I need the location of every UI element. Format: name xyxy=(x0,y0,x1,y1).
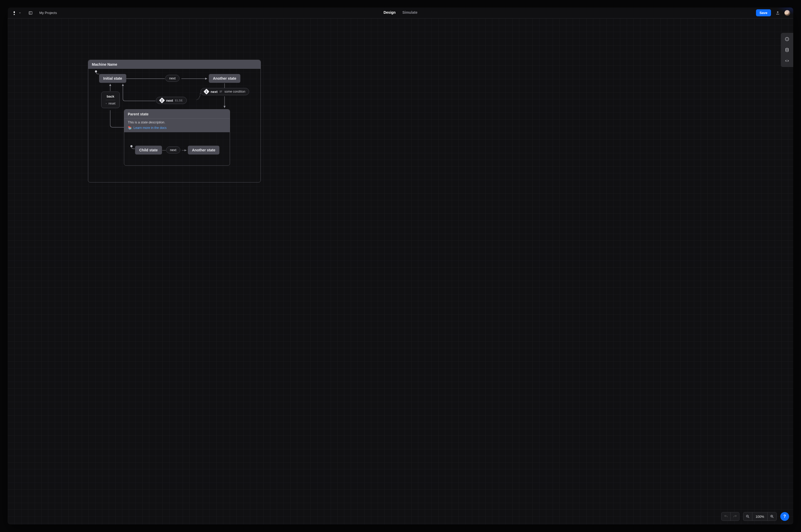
svg-marker-7 xyxy=(224,106,226,108)
panel-toggle-button[interactable] xyxy=(27,9,34,17)
event-next-else[interactable]: 2 next ELSE xyxy=(156,97,187,104)
initial-marker xyxy=(130,145,132,147)
app-window: My Projects Design Simulate Save xyxy=(8,7,349,232)
event-next-top[interactable]: next xyxy=(165,75,179,82)
logo-icon xyxy=(12,11,17,15)
desc-suffix: . xyxy=(164,120,165,124)
state-another-top[interactable]: Another state xyxy=(209,74,240,83)
desc-text: This is a xyxy=(128,120,141,124)
machine-container[interactable]: Machine Name xyxy=(88,60,261,183)
docs-label: Learn more in the docs xyxy=(134,126,167,130)
state-another-child[interactable]: Another state xyxy=(188,146,220,154)
event-label: next xyxy=(169,76,176,80)
desc-em: state description xyxy=(141,120,164,124)
machine-title[interactable]: Machine Name xyxy=(88,60,261,69)
guard-order-badge: 2 xyxy=(159,98,165,103)
docs-link[interactable]: 📚 Learn more in the docs xyxy=(128,126,226,130)
else-keyword: ELSE xyxy=(175,99,183,102)
topbar: My Projects Design Simulate Save xyxy=(8,7,349,18)
event-label: next xyxy=(170,148,176,152)
books-icon: 📚 xyxy=(128,126,132,130)
logo-menu[interactable] xyxy=(11,10,23,16)
action-row: reset xyxy=(106,102,115,105)
action-name: reset xyxy=(109,102,115,105)
event-label: next xyxy=(211,90,217,94)
breadcrumb[interactable]: My Projects xyxy=(39,11,57,15)
guard-order-badge: 1 xyxy=(204,89,210,95)
event-next-guarded[interactable]: 1 next IF some condition xyxy=(201,88,249,95)
canvas[interactable]: Machine Name xyxy=(8,18,349,232)
state-parent[interactable]: Parent state This is a state description… xyxy=(124,109,230,166)
panel-left-icon xyxy=(28,11,33,15)
svg-rect-0 xyxy=(29,12,32,14)
state-initial[interactable]: Initial state xyxy=(99,74,126,83)
svg-marker-6 xyxy=(205,78,207,80)
guard-condition: some condition xyxy=(225,90,246,93)
event-back[interactable]: back reset xyxy=(101,92,120,108)
event-next-child[interactable]: next xyxy=(166,147,180,153)
parent-description: This is a state description. 📚 Learn mor… xyxy=(124,118,230,132)
chevron-down-icon xyxy=(18,11,22,15)
if-keyword: IF xyxy=(220,90,223,93)
initial-marker xyxy=(95,70,97,73)
play-icon xyxy=(106,102,107,105)
parent-title[interactable]: Parent state xyxy=(124,110,230,118)
svg-marker-9 xyxy=(122,84,124,86)
event-label: back xyxy=(106,94,115,100)
svg-marker-8 xyxy=(109,84,111,86)
event-label: next xyxy=(166,99,173,102)
state-child[interactable]: Child state xyxy=(135,146,162,154)
